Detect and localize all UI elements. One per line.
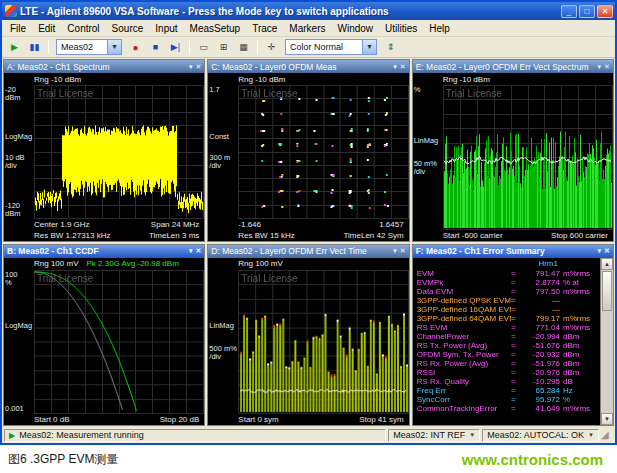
panel-c-title: C: Meas02 - Layer0 OFDM Meas xyxy=(211,62,336,72)
errvect-time-plot[interactable] xyxy=(238,270,408,415)
scrollbar-thumb[interactable] xyxy=(602,271,612,311)
panel-close-icon[interactable]: ✕ xyxy=(195,247,201,255)
error-summary-row: ChannelPower=-20.994dBm xyxy=(417,332,600,341)
menu-help[interactable]: Help xyxy=(423,22,456,35)
error-summary-row: Freq Err=65.284Hz xyxy=(417,386,600,395)
panel-e-errvect-spectrum: E: Meas02 - Layer0 OFDM Err Vect Spectru… xyxy=(412,59,614,242)
panel-f-titlebar[interactable]: F: Meas02 - Ch1 Error Summary ▾✕ xyxy=(413,245,613,258)
status-autocal-cell[interactable]: Meas02: AUTOCAL: OK ▼ xyxy=(482,429,599,442)
color-select[interactable]: Color Normal ▼ xyxy=(285,39,377,55)
panel-menu-icon[interactable]: ▾ xyxy=(393,247,397,255)
status-ref-cell[interactable]: Meas02: INT REF ▼ xyxy=(388,429,480,442)
maximize-button[interactable]: □ xyxy=(579,5,595,18)
error-summary-body: EVM=791.47m%rmsEVMPk=2.8774% atData EVM=… xyxy=(417,269,600,413)
layout-quad-button[interactable]: ⊞ xyxy=(214,39,233,56)
close-button[interactable]: ✕ xyxy=(597,5,613,18)
chevron-down-icon[interactable]: ▼ xyxy=(362,40,376,54)
panel-menu-icon[interactable]: ▾ xyxy=(393,63,397,71)
window-controls: _ □ ✕ xyxy=(561,5,613,18)
error-summary-row: 3GPP-defined 64QAM EVM=799.17m%rms xyxy=(417,314,600,323)
error-summary-row: 3GPP-defined QPSK EVM=--- xyxy=(417,296,600,305)
caption-strip: 图6 .3GPP EVM测量 www.cntronics.com xyxy=(0,445,617,473)
error-summary-row: SyncCorr=95.972% xyxy=(417,395,600,404)
autoscale-icon: ⇕ xyxy=(387,43,395,52)
layout-grid-button[interactable]: ▦ xyxy=(234,39,253,56)
statusbar: ▶ Meas02: Measurement running Meas02: IN… xyxy=(2,427,615,443)
panel-a-titlebar[interactable]: A: Meas02 - Ch1 Spectrum ▾✕ xyxy=(4,60,204,73)
chevron-down-icon[interactable]: ▼ xyxy=(588,432,594,438)
pause-icon: ▮▮ xyxy=(30,43,40,52)
status-autocal: Meas02: AUTOCAL: OK xyxy=(487,430,584,440)
ccdf-plot[interactable] xyxy=(34,270,204,415)
panel-b-ccdf: B: Meas02 - Ch1 CCDF ▾✕ Rng 100 mV Pk 2.… xyxy=(3,244,205,427)
toolbar-separator xyxy=(48,40,49,54)
running-icon: ▶ xyxy=(9,431,15,440)
menu-file[interactable]: File xyxy=(4,22,32,35)
panel-close-icon[interactable]: ✕ xyxy=(195,63,201,71)
panel-close-icon[interactable]: ✕ xyxy=(604,247,610,255)
summary-scrollbar[interactable]: ▲ ▼ xyxy=(600,258,613,426)
error-summary-row: RS EVM=771.04m%rms xyxy=(417,323,600,332)
peak-average-readout: Pk 2.30G Avg -20.98 dBm xyxy=(86,259,178,268)
error-summary-row: RSSI=-20.976dBm xyxy=(417,368,600,377)
menu-source[interactable]: Source xyxy=(106,22,150,35)
play-button[interactable]: ▶ xyxy=(5,39,24,56)
menu-trace[interactable]: Trace xyxy=(246,22,283,35)
constellation-plot[interactable] xyxy=(238,85,408,219)
stop-icon: ■ xyxy=(153,43,158,52)
resize-grip[interactable]: ◢ xyxy=(601,429,613,441)
panel-close-icon[interactable]: ✕ xyxy=(604,63,610,71)
window-titlebar[interactable]: LTE - Agilent 89600 VSA Software - Press… xyxy=(2,2,615,20)
range-label: Rng -10 dBm xyxy=(238,75,285,84)
step-button[interactable]: ▶| xyxy=(166,39,185,56)
errvect-spectrum-plot[interactable] xyxy=(443,85,613,230)
menu-edit[interactable]: Edit xyxy=(32,22,61,35)
layout-quad-icon: ⊞ xyxy=(220,43,228,52)
panel-b-titlebar[interactable]: B: Meas02 - Ch1 CCDF ▾✕ xyxy=(4,245,204,258)
menu-markers[interactable]: Markers xyxy=(283,22,331,35)
pause-button[interactable]: ▮▮ xyxy=(25,39,44,56)
panel-c-titlebar[interactable]: C: Meas02 - Layer0 OFDM Meas ▾✕ xyxy=(208,60,408,73)
menu-input[interactable]: Input xyxy=(149,22,183,35)
panel-menu-icon[interactable]: ▾ xyxy=(598,247,602,255)
scroll-down-icon[interactable]: ▼ xyxy=(601,413,613,425)
panel-a-title: A: Meas02 - Ch1 Spectrum xyxy=(7,62,110,72)
autoscale-button[interactable]: ⇕ xyxy=(381,39,400,56)
panel-menu-icon[interactable]: ▾ xyxy=(189,63,193,71)
menu-window[interactable]: Window xyxy=(331,22,379,35)
x-axis-labels: Start 0 symStop 41 sym xyxy=(208,414,408,425)
panel-menu-icon[interactable]: ▾ xyxy=(598,63,602,71)
measurement-select[interactable]: Meas02 ▼ xyxy=(56,39,122,55)
minimize-button[interactable]: _ xyxy=(561,5,577,18)
panel-e-titlebar[interactable]: E: Meas02 - Layer0 OFDM Err Vect Spectru… xyxy=(413,60,613,73)
panel-menu-icon[interactable]: ▾ xyxy=(189,247,193,255)
error-summary-row: CommonTrackingError=41.649m%rms xyxy=(417,404,600,413)
scrollbar-track[interactable] xyxy=(601,312,613,414)
chevron-down-icon[interactable]: ▼ xyxy=(107,40,121,54)
marker-button[interactable]: ✛ xyxy=(262,39,281,56)
panel-d-errvect-time: D: Meas02 - Layer0 OFDM Err Vect Time ▾✕… xyxy=(207,244,409,427)
layout-single-button[interactable]: ▭ xyxy=(194,39,213,56)
layout-grid-icon: ▦ xyxy=(239,43,248,52)
stop-button[interactable]: ■ xyxy=(146,39,165,56)
record-button[interactable]: ● xyxy=(126,39,145,56)
screenshot-root: LTE - Agilent 89600 VSA Software - Press… xyxy=(0,0,617,473)
panel-close-icon[interactable]: ✕ xyxy=(400,63,406,71)
scroll-up-icon[interactable]: ▲ xyxy=(601,258,613,270)
panel-grid: A: Meas02 - Ch1 Spectrum ▾✕ Rng -10 dBm … xyxy=(2,58,615,427)
menu-control[interactable]: Control xyxy=(61,22,105,35)
panel-d-title: D: Meas02 - Layer0 OFDM Err Vect Time xyxy=(211,246,366,256)
menu-utilities[interactable]: Utilities xyxy=(379,22,423,35)
y-axis-labels: % LinMag 50 m%/div xyxy=(413,85,443,230)
panel-d-titlebar[interactable]: D: Meas02 - Layer0 OFDM Err Vect Time ▾✕ xyxy=(208,245,408,258)
range-label: Rng -10 dBm xyxy=(443,75,490,84)
color-select-value: Color Normal xyxy=(290,42,343,52)
panel-close-icon[interactable]: ✕ xyxy=(400,247,406,255)
window-title: LTE - Agilent 89600 VSA Software - Press… xyxy=(20,6,557,17)
error-summary-row: Data EVM=797.50m%rms xyxy=(417,287,600,296)
spectrum-plot[interactable] xyxy=(34,85,204,219)
menu-meassetup[interactable]: MeasSetup xyxy=(184,22,247,35)
toolbar-separator xyxy=(189,40,190,54)
app-icon xyxy=(5,5,17,17)
chevron-down-icon[interactable]: ▼ xyxy=(469,432,475,438)
